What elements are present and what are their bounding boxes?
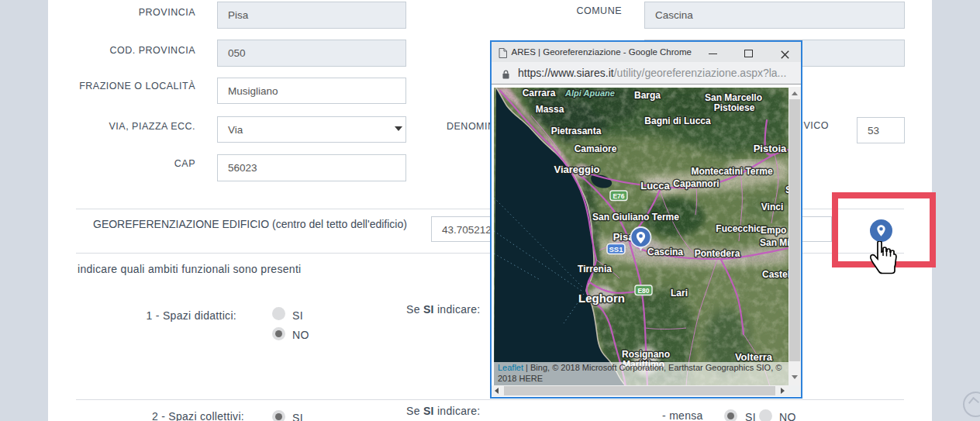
- svg-text:SS1: SS1: [609, 244, 624, 253]
- svg-text:Pontedera: Pontedera: [695, 248, 740, 259]
- svg-text:Pietrasanta: Pietrasanta: [551, 126, 602, 136]
- svg-text:Tirrenia: Tirrenia: [578, 264, 612, 274]
- svg-text:E76: E76: [612, 192, 624, 199]
- svg-text:San Giuliano Terme: San Giuliano Terme: [592, 212, 679, 223]
- svg-text:Lari: Lari: [671, 288, 688, 298]
- svg-text:Cascina: Cascina: [647, 247, 683, 257]
- svg-text:Bagni di Lucca: Bagni di Lucca: [644, 116, 711, 126]
- svg-text:Empo: Empo: [761, 225, 786, 236]
- svg-text:Volterra: Volterra: [735, 351, 773, 363]
- svg-text:Montecatini Terme: Montecatini Terme: [691, 166, 772, 177]
- svg-text:Massa: Massa: [536, 104, 564, 115]
- svg-text:San Marcello: San Marcello: [705, 92, 762, 103]
- svg-text:Rosignano: Rosignano: [622, 349, 670, 360]
- svg-text:E80: E80: [637, 286, 649, 294]
- svg-text:Lucca: Lucca: [640, 180, 670, 192]
- svg-text:Castelfio: Castelfio: [762, 269, 788, 280]
- svg-text:Leghorn: Leghorn: [578, 292, 625, 305]
- svg-text:Pistoia: Pistoia: [754, 143, 787, 154]
- svg-text:Camaiore: Camaiore: [575, 143, 617, 154]
- svg-text:2018 HERE: 2018 HERE: [498, 374, 543, 383]
- svg-text:Fucecchio: Fucecchio: [716, 223, 761, 234]
- svg-text:Alpi Apuane: Alpi Apuane: [564, 88, 615, 98]
- svg-text:Carrara: Carrara: [523, 88, 556, 98]
- svg-text:San Mi: San Mi: [760, 237, 788, 248]
- svg-text:Viareggio: Viareggio: [554, 164, 599, 175]
- svg-text:Leaflet | Bing, © 2018 Microso: Leaflet | Bing, © 2018 Microsoft Corpora…: [498, 363, 782, 372]
- svg-text:Pistoiese: Pistoiese: [714, 102, 755, 113]
- svg-text:Barga: Barga: [634, 90, 661, 101]
- svg-text:Capannori: Capannori: [673, 178, 719, 189]
- svg-text:Vinci: Vinci: [761, 202, 783, 212]
